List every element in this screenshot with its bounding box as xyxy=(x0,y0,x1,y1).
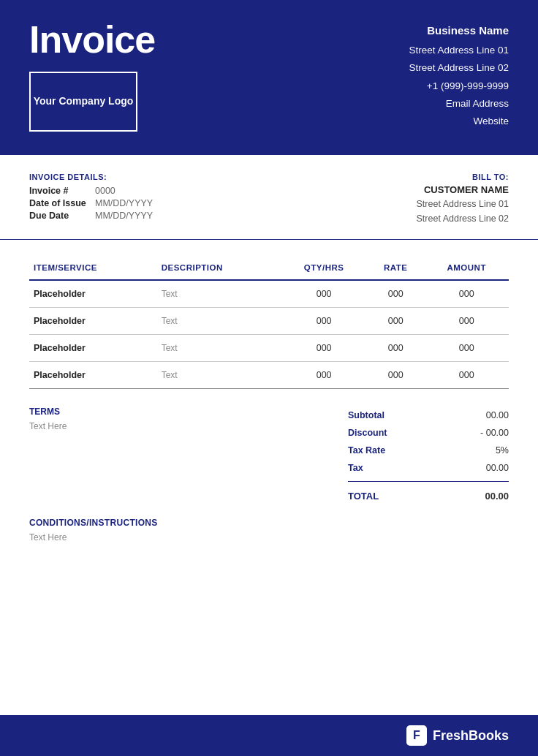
row-qty: 000 xyxy=(281,308,367,335)
table-row: Placeholder Text 000 000 000 xyxy=(29,335,509,362)
row-desc: Text xyxy=(157,335,281,362)
website: Website xyxy=(409,113,509,130)
invoice-num-value: 0000 xyxy=(95,186,115,196)
taxrate-value: 5% xyxy=(496,445,509,456)
email: Email Address xyxy=(409,95,509,113)
phone: +1 (999)-999-9999 xyxy=(409,78,509,95)
totals-divider xyxy=(348,481,509,482)
row-desc: Text xyxy=(157,308,281,335)
bill-to-label: BILL TO: xyxy=(417,173,509,181)
terms-text: Text Here xyxy=(29,421,333,431)
freshbooks-name: FreshBooks xyxy=(433,728,509,744)
row-rate: 000 xyxy=(367,335,424,362)
col-header-desc: DESCRIPTION xyxy=(157,257,281,280)
tax-label: Tax xyxy=(348,463,363,473)
row-item: Placeholder xyxy=(29,308,157,335)
invoice-header: Invoice Your Company Logo Business Name … xyxy=(0,0,538,155)
bill-address-line2: Street Address Line 02 xyxy=(417,211,509,226)
date-value: MM/DD/YYYY xyxy=(95,198,153,208)
items-table: ITEM/SERVICE DESCRIPTION QTY/HRS RATE AM… xyxy=(29,257,509,389)
header-right: Business Name Street Address Line 01 Str… xyxy=(409,20,509,130)
col-header-amount: AMOUNT xyxy=(424,257,509,280)
total-label: TOTAL xyxy=(348,491,379,502)
row-qty: 000 xyxy=(281,280,367,308)
totals-block: Subtotal 00.00 Discount - 00.00 Tax Rate… xyxy=(348,407,509,503)
due-value: MM/DD/YYYY xyxy=(95,211,153,221)
due-label: Due Date xyxy=(29,211,95,221)
invoice-num-row: Invoice # 0000 xyxy=(29,186,153,196)
invoice-page: Invoice Your Company Logo Business Name … xyxy=(0,0,538,756)
freshbooks-icon: F xyxy=(406,725,427,746)
invoice-title: Invoice xyxy=(29,20,155,58)
table-row: Placeholder Text 000 000 000 xyxy=(29,280,509,308)
tax-value: 00.00 xyxy=(486,463,509,473)
subtotal-value: 00.00 xyxy=(486,410,509,420)
invoice-details-block: INVOICE DETAILS: Invoice # 0000 Date of … xyxy=(29,173,153,223)
invoice-num-label: Invoice # xyxy=(29,186,95,196)
conditions-section: CONDITIONS/INSTRUCTIONS Text Here xyxy=(0,503,538,543)
address-line1: Street Address Line 01 xyxy=(409,42,509,59)
freshbooks-logo: F FreshBooks xyxy=(406,725,509,746)
details-section: INVOICE DETAILS: Invoice # 0000 Date of … xyxy=(0,155,538,240)
bottom-section: TERMS Text Here Subtotal 00.00 Discount … xyxy=(0,389,538,503)
total-value: 00.00 xyxy=(485,491,509,502)
row-desc: Text xyxy=(157,362,281,389)
row-item: Placeholder xyxy=(29,280,157,308)
row-rate: 000 xyxy=(367,362,424,389)
terms-label: TERMS xyxy=(29,407,333,417)
header-left: Invoice Your Company Logo xyxy=(29,20,155,132)
taxrate-label: Tax Rate xyxy=(348,445,385,456)
row-desc: Text xyxy=(157,280,281,308)
discount-value: - 00.00 xyxy=(480,428,509,438)
business-name: Business Name xyxy=(409,20,509,40)
conditions-label: CONDITIONS/INSTRUCTIONS xyxy=(29,518,509,528)
bill-address-line1: Street Address Line 01 xyxy=(417,197,509,211)
table-row: Placeholder Text 000 000 000 xyxy=(29,308,509,335)
discount-label: Discount xyxy=(348,428,387,438)
row-item: Placeholder xyxy=(29,335,157,362)
row-amount: 000 xyxy=(424,308,509,335)
due-date-row: Due Date MM/DD/YYYY xyxy=(29,211,153,221)
col-header-item: ITEM/SERVICE xyxy=(29,257,157,280)
company-logo: Your Company Logo xyxy=(29,72,137,132)
subtotal-row: Subtotal 00.00 xyxy=(348,407,509,424)
date-row: Date of Issue MM/DD/YYYY xyxy=(29,198,153,208)
conditions-text: Text Here xyxy=(29,532,509,543)
date-label: Date of Issue xyxy=(29,198,95,208)
terms-block: TERMS Text Here xyxy=(29,407,333,431)
bill-to-block: BILL TO: CUSTOMER NAME Street Address Li… xyxy=(417,173,509,226)
customer-name: CUSTOMER NAME xyxy=(417,184,509,195)
invoice-footer: F FreshBooks xyxy=(0,715,538,756)
table-header-row: ITEM/SERVICE DESCRIPTION QTY/HRS RATE AM… xyxy=(29,257,509,280)
col-header-qty: QTY/HRS xyxy=(281,257,367,280)
row-amount: 000 xyxy=(424,280,509,308)
address-line2: Street Address Line 02 xyxy=(409,59,509,77)
taxrate-row: Tax Rate 5% xyxy=(348,442,509,459)
row-item: Placeholder xyxy=(29,362,157,389)
table-section: ITEM/SERVICE DESCRIPTION QTY/HRS RATE AM… xyxy=(0,240,538,389)
row-qty: 000 xyxy=(281,335,367,362)
row-amount: 000 xyxy=(424,335,509,362)
tax-row: Tax 00.00 xyxy=(348,459,509,477)
invoice-details-label: INVOICE DETAILS: xyxy=(29,173,153,181)
row-rate: 000 xyxy=(367,280,424,308)
total-final-row: TOTAL 00.00 xyxy=(348,486,509,503)
table-row: Placeholder Text 000 000 000 xyxy=(29,362,509,389)
discount-row: Discount - 00.00 xyxy=(348,424,509,442)
row-amount: 000 xyxy=(424,362,509,389)
subtotal-label: Subtotal xyxy=(348,410,384,420)
col-header-rate: RATE xyxy=(367,257,424,280)
row-rate: 000 xyxy=(367,308,424,335)
row-qty: 000 xyxy=(281,362,367,389)
